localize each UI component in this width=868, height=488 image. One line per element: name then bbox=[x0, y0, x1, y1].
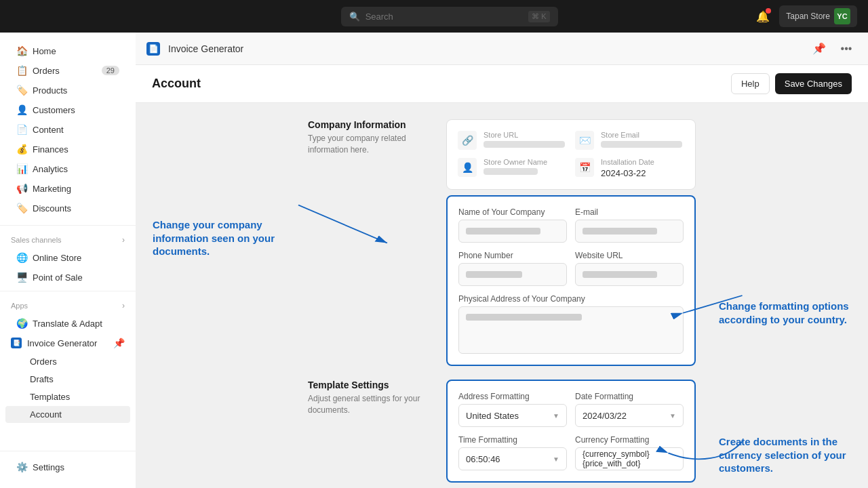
date-format-value: 2024/03/22 bbox=[583, 411, 627, 421]
sidebar-item-label: Translate & Adapt bbox=[33, 319, 102, 329]
sidebar-item-products[interactable]: 🏷️ Products bbox=[5, 81, 130, 100]
save-button[interactable]: Save Changes bbox=[775, 73, 852, 94]
currency-format-field: Currency Formatting {currency_symbol} {p… bbox=[575, 435, 684, 470]
content-icon: 📄 bbox=[16, 124, 27, 135]
store-owner-value bbox=[484, 168, 538, 175]
sidebar: 🏠 Home 📋 Orders 29 🏷️ Products 👤 C bbox=[0, 33, 136, 488]
website-field: Website URL bbox=[575, 251, 684, 286]
sidebar-item-home[interactable]: 🏠 Home bbox=[5, 41, 130, 60]
sidebar-item-marketing[interactable]: 📢 Marketing bbox=[5, 179, 130, 198]
sidebar-item-label: Online Store bbox=[33, 253, 81, 263]
sidebar-item-translate[interactable]: 🌍 Translate & Adapt bbox=[5, 314, 130, 333]
currency-format-label: Currency Formatting bbox=[575, 435, 684, 445]
app-bar-actions: 📌 ••• bbox=[808, 38, 857, 60]
sidebar-item-settings[interactable]: ⚙️ Settings bbox=[5, 458, 130, 476]
sidebar-item-content[interactable]: 📄 Content bbox=[5, 120, 130, 139]
select-arrow-icon: ▼ bbox=[553, 412, 559, 420]
main-layout: 🏠 Home 📋 Orders 29 🏷️ Products 👤 C bbox=[0, 33, 868, 488]
store-info-panel: 🔗 Store URL ✉️ Store Email bbox=[446, 119, 696, 190]
store-email-label: Store Email bbox=[601, 131, 682, 139]
sidebar-sub-item-account[interactable]: Account bbox=[5, 406, 130, 423]
date-format-select[interactable]: 2024/03/22 ▼ bbox=[575, 404, 684, 427]
company-form-grid: Name of Your Company E-mail bbox=[458, 207, 684, 354]
user-chip[interactable]: Tapan Store YC bbox=[779, 5, 857, 27]
address-format-value: United States bbox=[466, 411, 519, 421]
search-bar[interactable]: 🔍 ⌘ K bbox=[341, 7, 558, 26]
time-format-select[interactable]: 06:50:46 ▼ bbox=[458, 447, 567, 470]
address-input[interactable] bbox=[458, 306, 684, 354]
top-bar: 🔍 ⌘ K 🔔 Tapan Store YC bbox=[0, 0, 868, 33]
install-date-item: 📅 Installation Date 2024-03-22 bbox=[575, 158, 684, 178]
sidebar-sub-item-templates[interactable]: Templates bbox=[5, 388, 130, 405]
top-right-actions: 🔔 Tapan Store YC bbox=[752, 5, 857, 27]
sidebar-item-label: Discounts bbox=[33, 203, 71, 214]
callout-left: Change your company information seen on … bbox=[153, 218, 288, 258]
store-owner-icon: 👤 bbox=[458, 158, 477, 177]
pin-button[interactable]: 📌 bbox=[808, 38, 830, 60]
address-format-field: Address Formatting United States ▼ bbox=[458, 392, 567, 427]
email-label: E-mail bbox=[575, 207, 684, 217]
address-format-label: Address Formatting bbox=[458, 392, 567, 401]
search-input[interactable] bbox=[366, 12, 524, 22]
sidebar-footer: ⚙️ Settings bbox=[0, 451, 136, 483]
sidebar-item-customers[interactable]: 👤 Customers bbox=[5, 100, 130, 119]
pos-icon: 🖥️ bbox=[16, 272, 27, 283]
install-date-label: Installation Date bbox=[601, 158, 662, 166]
sidebar-item-label: Analytics bbox=[33, 164, 68, 174]
email-input[interactable] bbox=[575, 220, 684, 243]
sidebar-sub-label: Templates bbox=[30, 392, 70, 402]
callout-right-bottom-text: Create documents in the currency selecti… bbox=[719, 436, 846, 474]
website-label: Website URL bbox=[575, 251, 684, 260]
sidebar-item-label: Settings bbox=[33, 462, 64, 472]
sidebar-sub-item-drafts[interactable]: Drafts bbox=[5, 371, 130, 388]
website-input[interactable] bbox=[575, 263, 684, 286]
company-name-input[interactable] bbox=[458, 220, 567, 243]
time-format-value: 06:50:46 bbox=[466, 454, 500, 464]
sidebar-divider-1 bbox=[0, 225, 136, 226]
install-date-value: 2024-03-22 bbox=[601, 168, 662, 178]
template-form-card: Address Formatting United States ▼ Date … bbox=[446, 380, 696, 483]
more-button[interactable]: ••• bbox=[835, 38, 857, 60]
notification-button[interactable]: 🔔 bbox=[752, 5, 774, 27]
invoice-gen-header[interactable]: 📑 Invoice Generator 📌 bbox=[0, 333, 136, 352]
company-form-inner: Name of Your Company E-mail bbox=[448, 197, 694, 365]
currency-format-select[interactable]: {currency_symbol} {price_with_dot} bbox=[575, 447, 684, 470]
invoice-gen-icon: 📑 bbox=[11, 338, 22, 348]
time-format-label: Time Formatting bbox=[458, 435, 567, 445]
discounts-icon: 🏷️ bbox=[16, 203, 27, 214]
address-format-select[interactable]: United States ▼ bbox=[458, 404, 567, 427]
blurred-value bbox=[466, 228, 540, 235]
sidebar-item-online-store[interactable]: 🌐 Online Store bbox=[5, 248, 130, 267]
store-owner-item: 👤 Store Owner Name bbox=[458, 158, 567, 178]
sales-channels-label: Sales channels bbox=[11, 236, 62, 244]
invoice-gen-pin-icon[interactable]: 📌 bbox=[113, 338, 125, 348]
sidebar-item-label: Orders bbox=[33, 66, 60, 76]
company-card-wrapper: 🔗 Store URL ✉️ Store Email bbox=[446, 119, 696, 366]
apps-label: Apps bbox=[11, 302, 28, 310]
sidebar-item-orders[interactable]: 📋 Orders 29 bbox=[5, 61, 130, 80]
finances-icon: 💰 bbox=[16, 144, 27, 155]
company-label: Company Information Type your company re… bbox=[308, 119, 430, 366]
settings-icon: ⚙️ bbox=[16, 462, 27, 472]
sidebar-item-pos[interactable]: 🖥️ Point of Sale bbox=[5, 268, 130, 287]
sidebar-item-label: Point of Sale bbox=[33, 272, 83, 283]
template-form-inner: Address Formatting United States ▼ Date … bbox=[448, 381, 694, 481]
customers-icon: 👤 bbox=[16, 104, 27, 115]
apps-expand-icon: › bbox=[122, 301, 125, 310]
translate-icon: 🌍 bbox=[16, 318, 27, 329]
page-header: Account Help Save Changes bbox=[136, 65, 868, 103]
company-form-card: Name of Your Company E-mail bbox=[446, 195, 696, 366]
sidebar-sub-label: Account bbox=[30, 409, 62, 420]
apps-header: Apps › bbox=[0, 296, 136, 313]
help-button[interactable]: Help bbox=[731, 73, 770, 94]
orders-icon: 📋 bbox=[16, 65, 27, 76]
sidebar-sub-label: Drafts bbox=[30, 374, 54, 384]
phone-input[interactable] bbox=[458, 263, 567, 286]
sidebar-item-finances[interactable]: 💰 Finances bbox=[5, 140, 130, 159]
email-field: E-mail bbox=[575, 207, 684, 243]
content-area: 📄 Invoice Generator 📌 ••• Account Help S… bbox=[136, 33, 868, 488]
sidebar-sub-item-orders[interactable]: Orders bbox=[5, 353, 130, 370]
sidebar-item-discounts[interactable]: 🏷️ Discounts bbox=[5, 199, 130, 218]
callout-left-text: Change your company information seen on … bbox=[153, 219, 275, 257]
sidebar-item-analytics[interactable]: 📊 Analytics bbox=[5, 159, 130, 178]
